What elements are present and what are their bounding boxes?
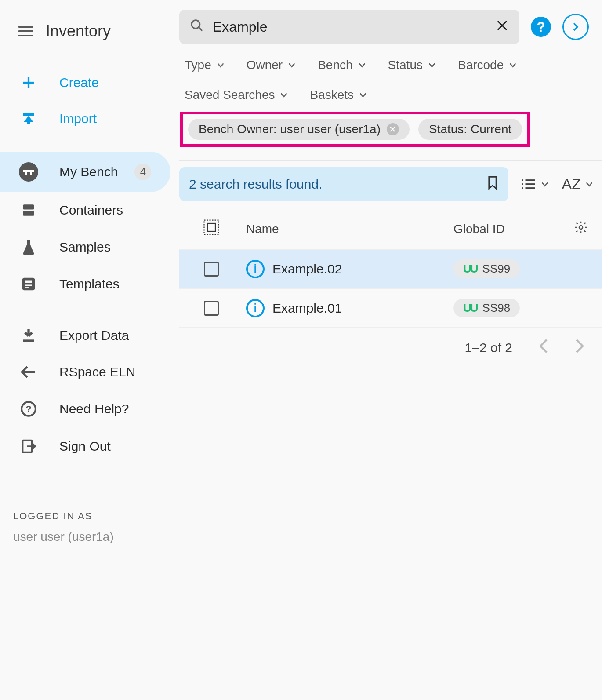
filter-bench[interactable]: Bench — [318, 58, 366, 72]
svg-rect-10 — [25, 281, 31, 283]
filter-row-2: Saved Searches Baskets — [179, 82, 602, 112]
filter-barcode[interactable]: Barcode — [458, 58, 518, 72]
svg-point-30 — [579, 226, 583, 229]
filter-type[interactable]: Type — [185, 58, 225, 72]
search-icon — [190, 18, 204, 36]
sidebar-item-containers[interactable]: Containers — [0, 192, 179, 228]
import-label: Import — [59, 111, 97, 126]
svg-rect-12 — [25, 287, 29, 288]
create-button[interactable]: Create — [0, 65, 179, 101]
main: ? Type Owner Bench Status Barcode Saved … — [179, 0, 602, 700]
sidebar: Inventory Create Import My Bench 4 — [0, 0, 179, 700]
sidebar-item-templates[interactable]: Templates — [0, 266, 179, 302]
results-banner: 2 search results found. — [179, 167, 508, 201]
back-arrow-icon — [18, 365, 38, 379]
filter-status[interactable]: Status — [388, 58, 437, 72]
question-icon: ? — [18, 401, 38, 417]
svg-rect-8 — [23, 211, 34, 215]
flask-icon — [18, 239, 38, 255]
svg-rect-7 — [23, 204, 34, 209]
view-toggle[interactable] — [521, 178, 550, 190]
templates-label: Templates — [59, 277, 120, 292]
chip-status[interactable]: Status: Current — [418, 119, 522, 140]
svg-rect-5 — [25, 172, 27, 175]
my-bench-label: My Bench — [59, 164, 118, 179]
containers-label: Containers — [59, 203, 123, 218]
box-icon — [18, 203, 38, 218]
info-icon[interactable]: i — [246, 260, 265, 278]
remove-chip-icon[interactable]: ✕ — [387, 123, 399, 135]
col-id-header[interactable]: Global ID — [453, 222, 568, 236]
svg-rect-2 — [23, 113, 34, 116]
table-header: Name Global ID — [179, 209, 602, 249]
table-row[interactable]: i Example.02 UU SS99 — [179, 249, 602, 288]
sidebar-item-eln[interactable]: RSpace ELN — [0, 354, 179, 390]
logged-in-block: LOGGED IN AS user user (user1a) — [0, 495, 179, 560]
create-label: Create — [59, 75, 99, 90]
results-table: Name Global ID i Example.02 UU SS — [179, 209, 602, 367]
help-icon[interactable]: ? — [531, 17, 551, 37]
svg-point-18 — [192, 20, 200, 29]
signout-icon — [18, 438, 38, 454]
signout-label: Sign Out — [59, 439, 111, 454]
sort-toggle[interactable]: AZ — [562, 175, 594, 193]
id-pill[interactable]: UU SS98 — [453, 299, 520, 317]
row-checkbox[interactable] — [204, 301, 219, 316]
filter-owner[interactable]: Owner — [247, 58, 297, 72]
sidebar-item-help[interactable]: ? Need Help? — [0, 390, 179, 428]
filter-saved-searches[interactable]: Saved Searches — [185, 88, 289, 102]
chip-bench-owner[interactable]: Bench Owner: user user (user1a) ✕ — [188, 119, 410, 140]
search-box[interactable] — [179, 10, 519, 44]
select-all-icon[interactable] — [203, 219, 219, 238]
clear-search-icon[interactable] — [496, 19, 509, 35]
search-input[interactable] — [213, 19, 487, 35]
row-checkbox[interactable] — [204, 262, 219, 277]
plus-icon — [18, 75, 38, 90]
menu-icon[interactable] — [18, 26, 33, 36]
svg-rect-13 — [23, 339, 34, 342]
svg-line-19 — [199, 27, 202, 31]
logged-in-user: user user (user1a) — [13, 530, 166, 544]
row-name: Example.02 — [272, 262, 342, 277]
sidebar-item-export[interactable]: Export Data — [0, 317, 179, 354]
logged-in-title: LOGGED IN AS — [13, 510, 166, 522]
tube-icon: UU — [463, 262, 477, 276]
id-pill[interactable]: UU SS99 — [453, 259, 520, 278]
info-icon[interactable]: i — [246, 299, 265, 317]
gear-icon[interactable] — [574, 220, 588, 237]
my-bench-badge: 4 — [134, 164, 151, 180]
bookmark-icon[interactable] — [486, 175, 499, 193]
svg-rect-29 — [204, 220, 219, 235]
pagination: 1–2 of 2 — [179, 327, 602, 367]
active-filters: Bench Owner: user user (user1a) ✕ Status… — [180, 112, 530, 147]
svg-text:?: ? — [25, 404, 32, 415]
table-row[interactable]: i Example.01 UU SS98 — [179, 288, 602, 327]
import-icon — [18, 112, 38, 126]
expand-panel-icon[interactable] — [562, 14, 589, 40]
samples-label: Samples — [59, 240, 111, 255]
sidebar-item-samples[interactable]: Samples — [0, 228, 179, 266]
filter-baskets[interactable]: Baskets — [310, 88, 368, 102]
prev-page-icon[interactable] — [539, 339, 548, 357]
divider — [179, 160, 602, 161]
tube-icon: UU — [463, 301, 477, 315]
template-icon — [18, 277, 38, 292]
app-title: Inventory — [46, 22, 111, 40]
row-name: Example.01 — [272, 301, 342, 316]
page-range: 1–2 of 2 — [465, 340, 512, 355]
svg-rect-9 — [22, 278, 34, 290]
download-icon — [18, 328, 38, 343]
sidebar-item-my-bench[interactable]: My Bench 4 — [0, 152, 170, 192]
svg-rect-28 — [207, 223, 215, 231]
col-name-header[interactable]: Name — [236, 222, 453, 236]
sidebar-item-signout[interactable]: Sign Out — [0, 428, 179, 465]
next-page-icon[interactable] — [575, 339, 584, 357]
svg-rect-4 — [23, 170, 34, 172]
help-label: Need Help? — [59, 401, 129, 416]
svg-rect-11 — [25, 284, 31, 286]
svg-rect-6 — [30, 172, 32, 175]
eln-label: RSpace ELN — [59, 365, 135, 379]
bench-icon — [18, 162, 38, 182]
export-label: Export Data — [59, 328, 129, 343]
import-button[interactable]: Import — [0, 101, 179, 137]
